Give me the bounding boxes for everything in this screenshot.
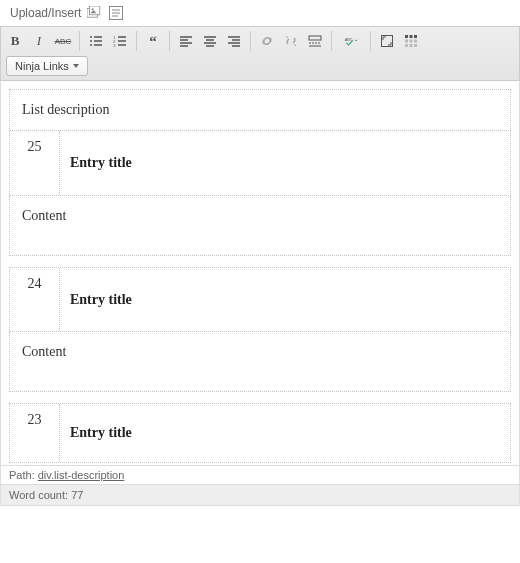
svg-rect-33: [309, 36, 321, 40]
svg-line-32: [294, 44, 296, 46]
content-box[interactable]: Content: [9, 332, 511, 392]
media-icon[interactable]: [87, 6, 103, 20]
word-count-prefix: Word count:: [9, 489, 71, 501]
svg-point-9: [90, 40, 92, 42]
entry-number: 25: [10, 131, 60, 195]
svg-rect-44: [405, 44, 408, 47]
italic-button[interactable]: I: [28, 30, 50, 52]
entry-number: 23: [10, 404, 60, 462]
list-description-text: List description: [22, 102, 110, 117]
ol-button[interactable]: 123: [109, 30, 131, 52]
path-prefix: Path:: [9, 469, 38, 481]
svg-rect-46: [414, 44, 417, 47]
content-label: Content: [22, 208, 66, 223]
svg-rect-39: [410, 35, 413, 38]
svg-text:3: 3: [113, 43, 116, 48]
more-button[interactable]: [304, 30, 326, 52]
separator: [250, 31, 251, 51]
editor-toolbar: B I ABC 123 “ ABC Ninja Links: [0, 26, 520, 81]
separator: [169, 31, 170, 51]
upload-insert-row: Upload/Insert: [0, 0, 520, 26]
separator: [370, 31, 371, 51]
svg-rect-42: [410, 40, 413, 43]
upload-insert-label: Upload/Insert: [10, 6, 81, 20]
path-bar: Path: div.list-description: [0, 465, 520, 484]
svg-rect-41: [405, 40, 408, 43]
align-right-button[interactable]: [223, 30, 245, 52]
svg-rect-38: [405, 35, 408, 38]
blockquote-button[interactable]: “: [142, 30, 164, 52]
svg-point-11: [90, 44, 92, 46]
separator: [331, 31, 332, 51]
entry-row[interactable]: 23 Entry title: [9, 403, 511, 463]
word-count-bar: Word count: 77: [0, 484, 520, 506]
svg-rect-45: [410, 44, 413, 47]
svg-rect-40: [414, 35, 417, 38]
fullscreen-button[interactable]: [376, 30, 398, 52]
svg-rect-1: [90, 6, 100, 15]
ninja-links-label: Ninja Links: [15, 60, 69, 72]
toolbar-row-2: Ninja Links: [4, 54, 516, 77]
list-description-box[interactable]: List description: [9, 89, 511, 131]
entry-row[interactable]: 24 Entry title: [9, 267, 511, 332]
link-button[interactable]: [256, 30, 278, 52]
svg-rect-43: [414, 40, 417, 43]
separator: [136, 31, 137, 51]
entry-number: 24: [10, 268, 60, 331]
ninja-links-dropdown[interactable]: Ninja Links: [6, 56, 88, 76]
entry-title: Entry title: [60, 404, 510, 462]
svg-point-7: [90, 36, 92, 38]
align-left-button[interactable]: [175, 30, 197, 52]
content-box[interactable]: Content: [9, 196, 511, 256]
align-center-button[interactable]: [199, 30, 221, 52]
svg-line-31: [286, 36, 288, 38]
chevron-down-icon: [73, 64, 79, 68]
separator: [79, 31, 80, 51]
entry-title: Entry title: [60, 131, 510, 195]
strike-button[interactable]: ABC: [52, 30, 74, 52]
entry-row[interactable]: 25 Entry title: [9, 131, 511, 196]
text-icon[interactable]: [109, 6, 123, 20]
word-count-value: 77: [71, 489, 83, 501]
svg-point-2: [92, 8, 94, 10]
editor-content-area[interactable]: List description 25 Entry title Content …: [0, 81, 520, 465]
bold-button[interactable]: B: [4, 30, 26, 52]
kitchensink-button[interactable]: [400, 30, 422, 52]
spellcheck-button[interactable]: ABC: [337, 30, 365, 52]
content-label: Content: [22, 344, 66, 359]
ul-button[interactable]: [85, 30, 107, 52]
unlink-button[interactable]: [280, 30, 302, 52]
entry-title: Entry title: [60, 268, 510, 331]
toolbar-row-1: B I ABC 123 “ ABC: [4, 30, 516, 52]
path-value[interactable]: div.list-description: [38, 469, 125, 481]
